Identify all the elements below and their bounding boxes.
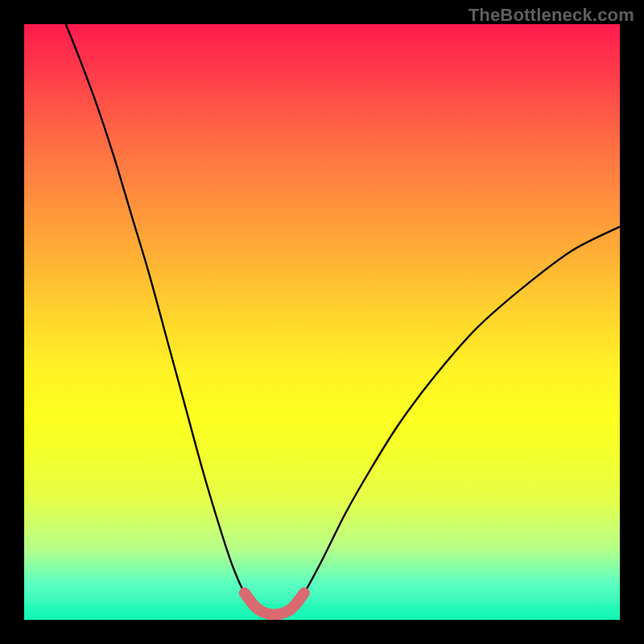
watermark-text: TheBottleneck.com <box>469 5 634 26</box>
plot-area <box>24 24 620 620</box>
bottleneck-curve <box>66 24 620 615</box>
chart-frame: TheBottleneck.com <box>0 0 644 644</box>
optimal-band <box>24 604 620 620</box>
chart-svg <box>24 24 620 620</box>
